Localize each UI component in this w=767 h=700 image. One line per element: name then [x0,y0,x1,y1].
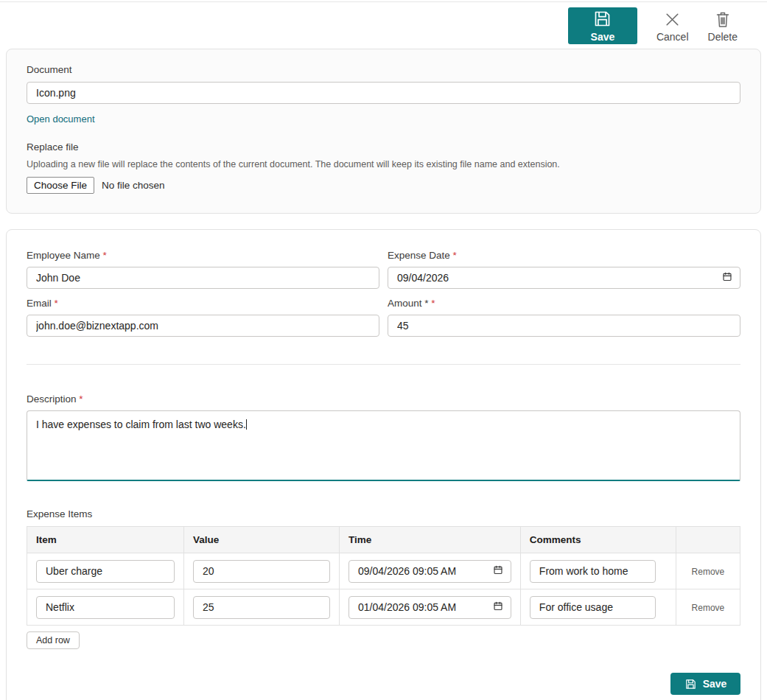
expense-date-value: 09/04/2026 [397,272,449,284]
amount-input[interactable] [388,315,740,337]
remove-row-button[interactable]: Remove [692,567,725,577]
form-save-button[interactable]: Save [670,673,740,695]
column-header-item: Item [27,527,184,553]
time-value: 09/04/2026 09:05 AM [358,565,456,577]
delete-button-label: Delete [708,31,738,43]
document-panel: Document Open document Replace file Uplo… [6,49,761,214]
required-asterisk: * [453,250,457,261]
replace-file-hint: Uploading a new file will replace the co… [27,159,740,169]
no-file-chosen-text: No file chosen [102,180,165,191]
item-input[interactable] [36,596,175,619]
email-field: Email * [27,298,379,337]
time-value: 01/04/2026 09:05 AM [358,601,456,613]
cancel-button[interactable]: Cancel [656,7,689,43]
save-button[interactable]: Save [568,7,637,44]
comments-input[interactable] [530,560,656,583]
amount-label: Amount * [388,298,429,309]
cancel-button-label: Cancel [656,31,689,43]
time-input[interactable]: 01/04/2026 09:05 AM [349,596,511,619]
employee-name-input[interactable] [27,267,379,289]
document-filename-input[interactable] [27,82,740,104]
comments-input[interactable] [530,596,656,619]
save-floppy-icon [684,678,697,690]
description-textarea[interactable]: I have expenses to claim from last two w… [27,410,740,481]
form-footer: Save [27,673,740,695]
email-label: Email [27,298,52,309]
amount-field: Amount * * [388,298,740,337]
required-asterisk: * [103,250,107,261]
choose-file-button[interactable]: Choose File [27,177,94,194]
table-header-row: Item Value Time Comments [27,527,740,553]
section-divider [27,364,740,365]
expense-date-label: Expense Date [388,250,450,261]
column-header-value: Value [183,527,339,553]
column-header-time: Time [339,527,520,553]
form-save-button-label: Save [703,678,727,690]
remove-row-button[interactable]: Remove [692,603,725,613]
table-row: 09/04/2026 09:05 AM Remove [27,553,740,589]
delete-button[interactable]: Delete [708,7,738,43]
text-cursor [246,419,247,430]
replace-file-label: Replace file [27,141,740,153]
save-floppy-icon [592,9,612,29]
employee-name-field: Employee Name * [27,250,379,289]
expense-date-input[interactable]: 09/04/2026 [388,267,740,289]
document-label: Document [27,64,740,75]
expense-items-label: Expense Items [27,508,740,519]
open-document-link[interactable]: Open document [27,113,95,125]
calendar-icon[interactable] [722,271,732,284]
description-text: I have expenses to claim from last two w… [36,419,246,430]
save-button-label: Save [591,31,615,43]
employee-name-label: Employee Name [27,250,100,261]
required-asterisk: * [431,298,435,309]
close-icon [663,9,682,29]
item-input[interactable] [36,560,175,583]
file-upload-control: Choose File No file chosen [27,177,740,194]
email-input[interactable] [27,315,379,337]
description-label: Description [27,393,77,405]
column-header-actions [676,527,740,553]
calendar-icon[interactable] [493,564,503,578]
expense-items-table: Item Value Time Comments 09/04/2026 09:0… [27,526,740,626]
form-field-grid: Employee Name * Expense Date * 09/04/202… [27,250,740,337]
required-asterisk: * [79,393,83,405]
column-header-comments: Comments [520,527,676,553]
trash-icon [714,9,732,29]
calendar-icon[interactable] [493,601,503,614]
add-row-button[interactable]: Add row [27,631,80,649]
toolbar: Save Cancel Delete [0,2,767,46]
time-input[interactable]: 09/04/2026 09:05 AM [349,560,511,583]
table-row: 01/04/2026 09:05 AM Remove [27,589,740,626]
expense-form-panel: Employee Name * Expense Date * 09/04/202… [6,229,761,700]
required-asterisk: * [55,298,58,309]
value-input[interactable] [193,560,330,583]
value-input[interactable] [193,596,330,619]
expense-date-field: Expense Date * 09/04/2026 [388,250,740,289]
